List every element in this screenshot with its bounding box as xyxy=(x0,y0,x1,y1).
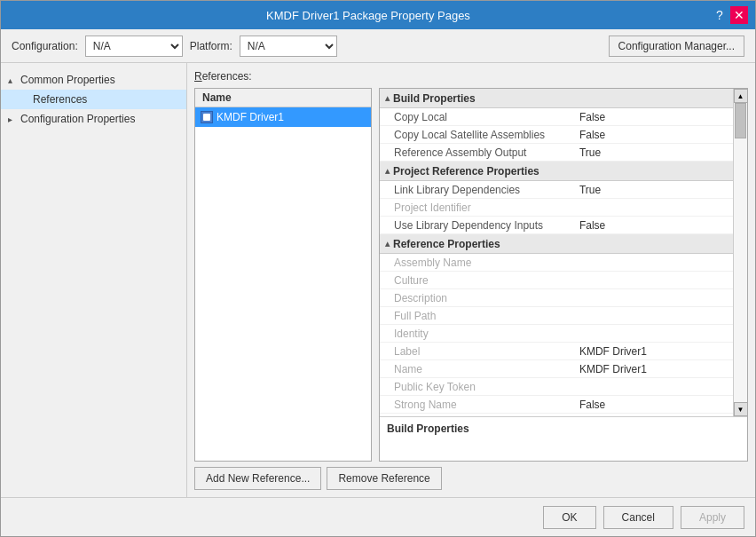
ref-icon xyxy=(201,111,213,123)
scroll-thumb[interactable] xyxy=(735,103,746,138)
tree-item-common-properties[interactable]: ▴ Common Properties xyxy=(1,70,186,90)
title-bar: KMDF Driver1 Package Property Pages ? ✕ xyxy=(1,1,755,29)
scroll-track xyxy=(734,103,747,402)
props-row: Link Library Dependencies True xyxy=(380,181,733,199)
ref-list-body: KMDF Driver1 xyxy=(195,107,371,461)
remove-reference-button[interactable]: Remove Reference xyxy=(327,467,441,490)
config-label: Configuration: xyxy=(12,40,78,52)
prop-name: Use Library Dependency Inputs xyxy=(380,219,574,232)
ref-and-props: Name KMDF Driver1 xyxy=(194,88,748,462)
props-table: ▴ Build Properties Copy Local False Copy… xyxy=(380,89,733,416)
buttons-row: Add New Reference... Remove Reference xyxy=(194,467,748,490)
prop-name: Public Key Token xyxy=(380,381,574,393)
prop-value: True xyxy=(574,184,733,196)
ref-list-item[interactable]: KMDF Driver1 xyxy=(195,107,371,127)
close-button[interactable]: ✕ xyxy=(730,6,748,24)
scroll-down-button[interactable]: ▼ xyxy=(734,402,748,416)
section-ref-properties: ▴ Reference Properties xyxy=(380,234,733,254)
dialog: KMDF Driver1 Package Property Pages ? ✕ … xyxy=(0,0,756,537)
tree-item-config-properties[interactable]: ▸ Configuration Properties xyxy=(1,109,186,129)
props-row: Name KMDF Driver1 xyxy=(380,360,733,378)
section-project-ref: ▴ Project Reference Properties xyxy=(380,162,733,181)
props-scrollbar: ▲ ▼ xyxy=(733,89,747,416)
prop-value: False xyxy=(574,129,733,141)
section-title: Build Properties xyxy=(393,92,476,105)
ok-button[interactable]: OK xyxy=(543,506,595,529)
right-panel: References: Name KMDF Driver1 xyxy=(187,63,755,497)
ref-icon-inner xyxy=(203,114,210,121)
prop-name: Label xyxy=(380,345,574,358)
props-row: Identity xyxy=(380,325,733,343)
config-manager-button[interactable]: Configuration Manager... xyxy=(609,36,744,57)
prop-value: False xyxy=(574,111,733,123)
props-row: Use Library Dependency Inputs False xyxy=(380,217,733,234)
prop-name: Copy Local xyxy=(380,111,574,123)
footer: OK Cancel Apply xyxy=(1,497,755,536)
title-bar-controls: ? ✕ xyxy=(711,6,748,24)
props-row: Culture xyxy=(380,272,733,289)
section-arrow: ▴ xyxy=(385,166,390,176)
props-row: Copy Local Satellite Assemblies False xyxy=(380,126,733,144)
prop-name: Project Identifier xyxy=(380,201,574,214)
props-panel: ▴ Build Properties Copy Local False Copy… xyxy=(379,88,748,462)
props-row: Public Key Token xyxy=(380,378,733,396)
props-row: Full Path xyxy=(380,307,733,325)
left-panel: ▴ Common Properties References ▸ Configu… xyxy=(1,63,187,497)
scroll-up-button[interactable]: ▲ xyxy=(734,89,748,103)
platform-label: Platform: xyxy=(190,40,232,52)
prop-name: Copy Local Satellite Assemblies xyxy=(380,129,574,141)
prop-name: Reference Assembly Output xyxy=(380,146,574,159)
props-row: Assembly Name xyxy=(380,254,733,272)
prop-value: True xyxy=(574,146,733,159)
prop-name: Name xyxy=(380,363,574,375)
prop-name: Identity xyxy=(380,328,574,340)
prop-name: Description xyxy=(380,292,574,304)
props-description: Build Properties xyxy=(380,416,747,461)
platform-select[interactable]: N/A xyxy=(240,36,337,57)
tree-item-label: References xyxy=(33,93,87,106)
ref-list-header: Name xyxy=(195,89,371,107)
prop-value: False xyxy=(574,219,733,232)
help-button[interactable]: ? xyxy=(711,6,728,24)
tree-item-label: Configuration Properties xyxy=(20,113,135,125)
props-row: Label KMDF Driver1 xyxy=(380,343,733,360)
prop-name: Link Library Dependencies xyxy=(380,184,574,196)
props-row: Copy Local False xyxy=(380,108,733,126)
references-label: References: xyxy=(194,70,748,83)
props-row: Strong Name False xyxy=(380,396,733,414)
props-row: Reference Assembly Output True xyxy=(380,144,733,162)
prop-value: KMDF Driver1 xyxy=(574,363,733,375)
prop-name: Culture xyxy=(380,274,574,287)
ref-list-panel: Name KMDF Driver1 xyxy=(194,88,372,462)
section-build-properties: ▴ Build Properties xyxy=(380,89,733,108)
collapse-arrow: ▸ xyxy=(8,115,20,124)
ref-item-label: KMDF Driver1 xyxy=(217,111,284,123)
config-bar: Configuration: N/A Platform: N/A Configu… xyxy=(1,29,755,63)
props-description-title: Build Properties xyxy=(387,422,469,435)
prop-value: False xyxy=(574,399,733,411)
tree-item-label: Common Properties xyxy=(20,74,115,86)
config-select[interactable]: N/A xyxy=(85,36,183,57)
prop-name: Assembly Name xyxy=(380,257,574,269)
main-content: ▴ Common Properties References ▸ Configu… xyxy=(1,63,755,497)
section-arrow: ▴ xyxy=(385,239,390,249)
collapse-arrow: ▴ xyxy=(8,75,20,85)
tree-item-references[interactable]: References xyxy=(1,90,186,109)
section-arrow: ▴ xyxy=(385,93,390,103)
references-underline: R xyxy=(194,70,202,83)
apply-button[interactable]: Apply xyxy=(681,506,744,529)
section-title: Reference Properties xyxy=(393,238,500,250)
props-row: Description xyxy=(380,289,733,307)
prop-value: KMDF Driver1 xyxy=(574,345,733,358)
add-new-reference-button[interactable]: Add New Reference... xyxy=(194,467,321,490)
cancel-button[interactable]: Cancel xyxy=(603,506,673,529)
props-row: Project Identifier xyxy=(380,199,733,217)
prop-name: Strong Name xyxy=(380,399,574,411)
dialog-title: KMDF Driver1 Package Property Pages xyxy=(26,9,711,22)
section-title: Project Reference Properties xyxy=(393,165,539,178)
prop-name: Full Path xyxy=(380,310,574,322)
